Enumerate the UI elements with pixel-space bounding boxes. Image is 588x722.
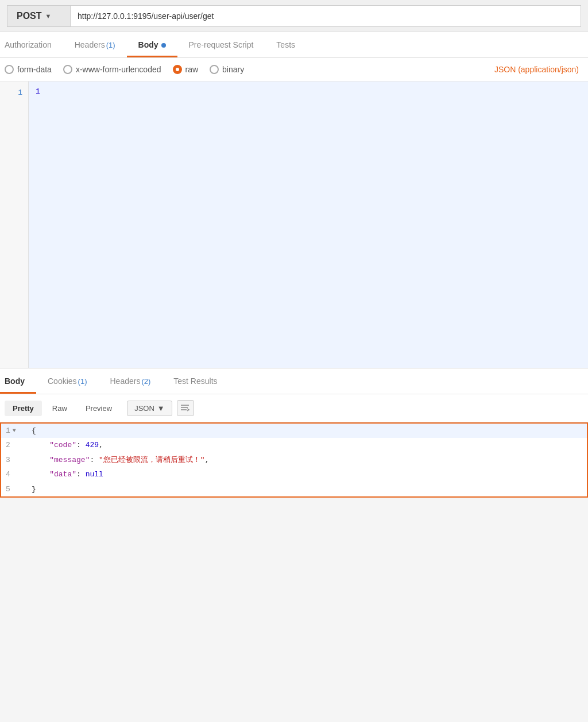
line-numbers: 1 — [0, 81, 29, 368]
wrap-icon[interactable] — [177, 400, 194, 416]
resp-headers-badge: (2) — [141, 377, 150, 386]
view-tab-preview[interactable]: Preview — [78, 401, 120, 416]
radio-circle-raw — [173, 65, 182, 74]
resp-linenum-2: 2 — [1, 438, 27, 452]
radio-circle-form-data — [5, 65, 14, 74]
code-editor: 1 1 — [0, 81, 588, 368]
tab-body[interactable]: Body — [127, 32, 177, 57]
tab-headers[interactable]: Headers(1) — [63, 32, 127, 57]
code-content[interactable]: 1 — [29, 81, 588, 368]
resp-line-5: 5 } — [1, 482, 587, 496]
resp-tab-testresults[interactable]: Test Results — [162, 368, 229, 394]
method-label: POST — [17, 11, 42, 21]
format-dropdown[interactable]: JSON ▼ — [127, 401, 172, 416]
tab-prerequest[interactable]: Pre-request Script — [177, 32, 265, 57]
method-dropdown[interactable]: POST ▼ — [7, 5, 70, 27]
resp-linenum-3: 3 — [1, 453, 27, 467]
resp-line-3: 3 "message": "您已经被限流，请稍后重试！", — [1, 453, 587, 467]
headers-badge: (1) — [106, 41, 115, 49]
line-num-1: 1 — [0, 86, 28, 100]
resp-linenum-4: 4 — [1, 468, 27, 481]
radio-form-data[interactable]: form-data — [5, 65, 52, 74]
tab-authorization[interactable]: Authorization — [0, 32, 63, 57]
resp-tab-body[interactable]: Body — [0, 368, 36, 394]
response-tabs-row: Body Cookies(1) Headers(2) Test Results — [0, 368, 588, 394]
radio-raw[interactable]: raw — [173, 65, 199, 74]
view-tab-pretty[interactable]: Pretty — [5, 401, 42, 416]
code-line-1: 1 — [36, 86, 581, 98]
resp-tab-headers[interactable]: Headers(2) — [98, 368, 162, 394]
json-type-label: JSON (application/json) — [494, 65, 583, 74]
method-chevron: ▼ — [45, 13, 52, 20]
body-type-row: form-data x-www-form-urlencoded raw bina… — [0, 58, 588, 81]
radio-circle-binary — [210, 65, 219, 74]
view-tab-raw[interactable]: Raw — [44, 401, 75, 416]
request-tabs-row: Authorization Headers(1) Body Pre-reques… — [0, 32, 588, 58]
collapse-arrow-1[interactable]: ▼ — [13, 426, 16, 436]
radio-circle-urlencoded — [63, 65, 72, 74]
view-tabs-row: Pretty Raw Preview JSON ▼ — [0, 394, 588, 422]
body-dot — [161, 43, 166, 48]
radio-urlencoded[interactable]: x-www-form-urlencoded — [63, 65, 161, 74]
url-input[interactable] — [70, 5, 581, 27]
response-json-block: 1 ▼ { 2 "code": 429, 3 "message": "您已经被限… — [0, 422, 588, 498]
resp-tab-cookies[interactable]: Cookies(1) — [36, 368, 98, 394]
url-bar: POST ▼ — [0, 0, 588, 32]
resp-linenum-5: 5 — [1, 483, 27, 496]
cookies-badge: (1) — [78, 377, 87, 386]
tab-tests[interactable]: Tests — [265, 32, 307, 57]
resp-linenum-1: 1 ▼ — [1, 424, 27, 437]
radio-binary[interactable]: binary — [210, 65, 244, 74]
resp-line-4: 4 "data": null — [1, 467, 587, 482]
resp-line-1: 1 ▼ { — [1, 424, 587, 438]
resp-line-2: 2 "code": 429, — [1, 438, 587, 452]
